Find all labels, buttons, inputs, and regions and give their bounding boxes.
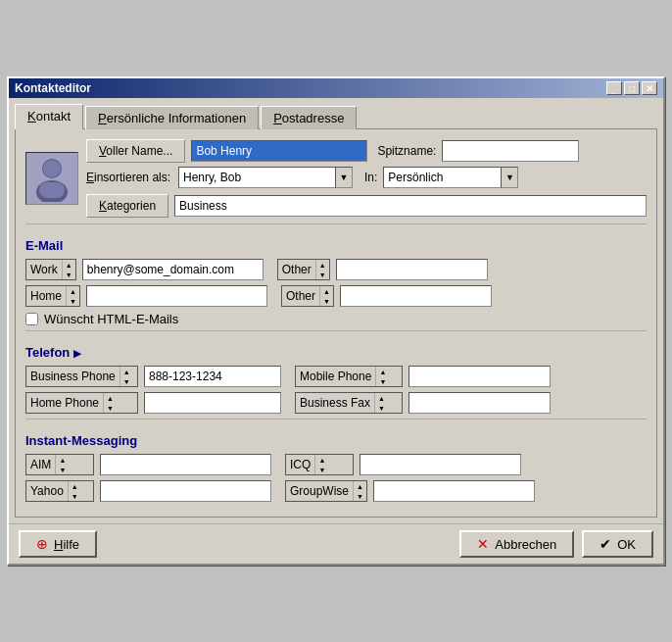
im-type-3-label: ICQ — [286, 458, 314, 471]
footer-right: ✕ Abbrechen ✔ OK — [459, 530, 653, 558]
fullname-input[interactable] — [191, 140, 367, 162]
phone-type-1[interactable]: Business Phone ▲ ▼ — [25, 366, 138, 387]
im-type-1[interactable]: AIM ▲ ▼ — [25, 454, 94, 475]
phone-type-1-up[interactable]: ▲ — [120, 367, 133, 376]
main-window: Kontakteditor _ □ ✕ Kontakt Persönliche … — [7, 76, 665, 566]
im-type-4-up[interactable]: ▲ — [354, 481, 366, 491]
im-type-2-label: Yahoo — [26, 484, 68, 498]
email-type-2-spinners: ▲ ▼ — [66, 286, 79, 306]
tab-bar: Kontakt Persönliche Informationen Postad… — [15, 104, 657, 129]
email-value-2[interactable] — [86, 285, 267, 307]
im-type-3-down[interactable]: ▼ — [315, 465, 328, 474]
fullname-button[interactable]: Voller Name... — [86, 139, 185, 163]
email-type-2[interactable]: Home ▲ ▼ — [25, 285, 80, 307]
email-type-1[interactable]: Work ▲ ▼ — [25, 259, 76, 280]
im-type-2-down[interactable]: ▼ — [69, 491, 81, 501]
im-type-4[interactable]: GroupWise ▲ ▼ — [285, 480, 367, 502]
email-type-3[interactable]: Other ▲ ▼ — [277, 259, 330, 280]
email-type-3-down[interactable]: ▼ — [316, 270, 329, 279]
im-type-1-label: AIM — [26, 458, 55, 471]
email-type-2-label: Home — [26, 289, 66, 303]
phone-value-4[interactable] — [408, 392, 551, 414]
maximize-button[interactable]: □ — [624, 81, 640, 95]
phone-type-2[interactable]: Home Phone ▲ ▼ — [25, 392, 138, 414]
phone-section-header: Telefon — [25, 345, 647, 360]
avatar — [25, 152, 78, 205]
im-type-3-spinners: ▲ ▼ — [314, 455, 328, 474]
close-button[interactable]: ✕ — [642, 81, 657, 95]
html-checkbox[interactable] — [25, 313, 38, 325]
im-type-1-down[interactable]: ▼ — [56, 465, 69, 474]
sort-label: Einsortieren als: — [86, 171, 172, 184]
phone-type-2-up[interactable]: ▲ — [104, 393, 117, 403]
im-value-2[interactable] — [100, 480, 271, 502]
contact-header: Voller Name... Spitzname: Einsortieren a… — [25, 139, 647, 218]
phone-type-4[interactable]: Business Fax ▲ ▼ — [295, 392, 403, 414]
im-type-1-up[interactable]: ▲ — [56, 455, 69, 465]
im-type-2-up[interactable]: ▲ — [69, 481, 81, 491]
phone-type-3-spinners: ▲ ▼ — [375, 367, 389, 386]
window-content: Kontakt Persönliche Informationen Postad… — [9, 98, 663, 523]
ok-button[interactable]: ✔ OK — [582, 530, 653, 558]
phone-type-4-down[interactable]: ▼ — [375, 403, 388, 413]
in-input[interactable] — [383, 167, 501, 188]
sort-input[interactable] — [178, 167, 335, 188]
sort-arrow-button[interactable]: ▼ — [335, 167, 353, 188]
tab-kontakt[interactable]: Kontakt — [15, 104, 83, 129]
email-type-2-down[interactable]: ▼ — [67, 296, 79, 306]
im-value-1[interactable] — [100, 454, 271, 475]
phone-type-1-spinners: ▲ ▼ — [120, 367, 133, 386]
minimize-button[interactable]: _ — [606, 81, 622, 95]
in-combo: ▼ — [383, 167, 518, 188]
im-type-3-up[interactable]: ▲ — [315, 455, 328, 465]
svg-point-2 — [43, 160, 61, 177]
phone-type-3[interactable]: Mobile Phone ▲ ▼ — [295, 366, 403, 387]
email-type-4[interactable]: Other ▲ ▼ — [281, 285, 334, 307]
in-arrow-button[interactable]: ▼ — [501, 167, 518, 188]
email-value-1[interactable] — [82, 259, 264, 280]
nickname-input[interactable] — [442, 140, 579, 162]
im-type-4-down[interactable]: ▼ — [354, 491, 366, 501]
tab-persoenliche-label: Persönliche Informationen — [98, 111, 246, 125]
email-type-4-up[interactable]: ▲ — [320, 286, 333, 296]
phone-type-3-down[interactable]: ▼ — [376, 376, 389, 386]
phone-type-1-down[interactable]: ▼ — [120, 376, 133, 386]
email-type-3-spinners: ▲ ▼ — [315, 260, 329, 279]
cancel-button[interactable]: ✕ Abbrechen — [459, 530, 574, 558]
phone-type-3-label: Mobile Phone — [296, 370, 375, 383]
cancel-icon: ✕ — [477, 536, 489, 552]
tab-postadresse[interactable]: Postadresse — [261, 106, 357, 129]
im-type-2[interactable]: Yahoo ▲ ▼ — [25, 480, 94, 502]
email-type-1-down[interactable]: ▼ — [63, 270, 75, 279]
phone-type-4-up[interactable]: ▲ — [375, 393, 388, 403]
im-row-2: Yahoo ▲ ▼ GroupWise ▲ ▼ — [25, 480, 647, 502]
email-type-4-down[interactable]: ▼ — [320, 296, 333, 306]
email-type-3-up[interactable]: ▲ — [316, 260, 329, 270]
phone-value-3[interactable] — [408, 366, 551, 387]
phone-value-1[interactable] — [144, 366, 281, 387]
nickname-label: Spitzname: — [377, 144, 436, 158]
email-type-4-spinners: ▲ ▼ — [319, 286, 333, 306]
im-value-3[interactable] — [360, 454, 521, 475]
email-type-4-label: Other — [282, 289, 319, 303]
im-value-4[interactable] — [373, 480, 535, 502]
help-button[interactable]: ⊕ Hilfe — [19, 530, 97, 558]
categories-input[interactable] — [174, 195, 647, 217]
im-type-3[interactable]: ICQ ▲ ▼ — [285, 454, 354, 475]
categories-button[interactable]: Kategorien — [86, 194, 168, 218]
tab-persoenliche[interactable]: Persönliche Informationen — [85, 106, 259, 129]
fullname-row: Voller Name... Spitzname: — [86, 139, 647, 163]
email-value-3[interactable] — [336, 259, 488, 280]
phone-type-3-up[interactable]: ▲ — [376, 367, 389, 376]
email-type-2-up[interactable]: ▲ — [67, 286, 79, 296]
email-value-4[interactable] — [340, 285, 492, 307]
phone-type-2-down[interactable]: ▼ — [104, 403, 117, 413]
phone-type-4-spinners: ▲ ▼ — [374, 393, 388, 413]
email-type-1-spinners: ▲ ▼ — [62, 260, 75, 279]
phone-row-2: Home Phone ▲ ▼ Business Fax ▲ ▼ — [25, 392, 647, 414]
tab-postadresse-label: Postadresse — [273, 111, 344, 125]
phone-value-2[interactable] — [144, 392, 281, 414]
email-type-3-label: Other — [278, 263, 315, 276]
avatar-icon — [31, 155, 72, 202]
email-type-1-up[interactable]: ▲ — [63, 260, 75, 270]
